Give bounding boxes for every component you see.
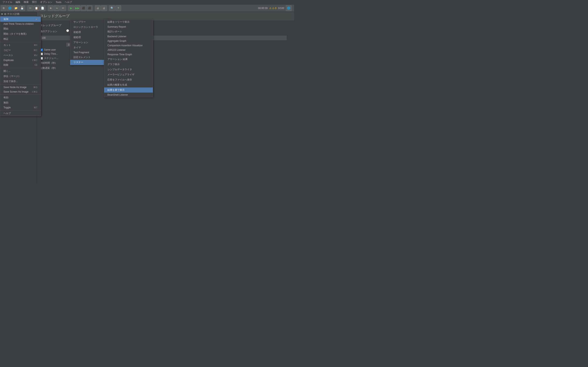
toolbar-remove[interactable]: − — [54, 5, 60, 11]
merge-label: 併合（マージ） — [3, 75, 21, 78]
action-label: 後のアクション — [40, 30, 65, 33]
aggregate-graph-label: Aggregate Graph — [107, 40, 126, 42]
save-screen-shortcut: ⇧⌘G — [32, 91, 37, 93]
toolbar-remote-stop[interactable]: 🖨 — [101, 5, 107, 11]
listener-jsr223[interactable]: JSR223 Listener — [104, 48, 153, 52]
menu-item-save-as[interactable]: 別名で保存... — [0, 79, 41, 84]
toggle-shortcut: ⌘T — [34, 106, 37, 109]
listener-mailer[interactable]: メーラービジュアライザ — [104, 72, 153, 77]
warning-icon: ⚠ — [269, 7, 272, 10]
menu-item-copy[interactable]: コピー ⌘C — [0, 48, 41, 53]
menu-search[interactable]: 検索 — [22, 0, 30, 4]
validate-label: 検証 — [3, 37, 8, 41]
toolbar-paste[interactable]: 📄 — [40, 5, 45, 11]
start-label: 開始 — [3, 27, 8, 31]
menu-help[interactable]: ヘルプ — [63, 0, 74, 4]
menu-file[interactable]: ファイル — [1, 0, 14, 4]
menu-item-cut[interactable]: カット ⌘X — [0, 43, 41, 48]
toolbar-remote-start[interactable]: 🖨 — [95, 5, 101, 11]
duplicate-label: Duplicate — [3, 59, 14, 62]
radio-next-loop[interactable] — [66, 29, 69, 32]
listener-comparison[interactable]: Comparison Assertion Visualizer — [104, 43, 153, 48]
toolbar-remote-btn[interactable]: 🌐 — [286, 5, 291, 11]
menu-item-toggle[interactable]: Toggle ⌘T — [0, 105, 41, 110]
sep2 — [0, 68, 41, 68]
toolbar-new[interactable]: 🗎 — [1, 5, 7, 11]
listener-response-time[interactable]: Response Time Graph — [104, 52, 153, 57]
listener-summary[interactable]: Summary Report — [104, 25, 153, 29]
toolbar-start-no-pause[interactable]: ▶▶ — [74, 5, 80, 11]
main-layout: ▼ ⚙ テスト計画 ⚙ スレッドグループ ⚡ HTTP 追加 ▶ Add Thi… — [0, 12, 294, 184]
save-node-label: Save Node As Image — [3, 86, 27, 89]
graph-label: グラフ表示 — [107, 63, 120, 66]
context-menu-listener-items: 結果をツリーで表示 Summary Report 統計レポート Backend … — [104, 19, 153, 97]
listener-generate-summary[interactable]: 結果の概要を生成 — [104, 82, 153, 87]
help-ctx-label: ヘルプ — [3, 112, 11, 115]
paste-shortcut: ⌘V — [34, 54, 37, 57]
listener-beanshell[interactable]: BeanShell Listener — [104, 92, 153, 97]
menu-item-enable[interactable]: 有効 — [0, 95, 41, 100]
simple-writer-label: シンプルデータライタ — [107, 68, 132, 71]
toolbar-open-url[interactable]: 🌐 — [7, 5, 13, 11]
listener-tree-view[interactable]: 結果をツリーで表示 — [104, 19, 153, 25]
listener-assertion-result[interactable]: アサーション 結果 — [104, 57, 153, 62]
menu-item-delete[interactable]: 削除 ⌫ — [0, 62, 41, 67]
toolbar-cut[interactable]: ✂ — [27, 5, 33, 11]
save-node-shortcut: ⌘G — [33, 86, 37, 89]
menu-item-validate[interactable]: 検証 — [0, 36, 41, 42]
toolbar-edit[interactable]: ✏ — [60, 5, 66, 11]
menu-edit[interactable]: 編集 — [14, 0, 22, 4]
menu-item-save-screen-image[interactable]: Save Screen As Image ⇧⌘G — [0, 90, 41, 94]
listener-save-response[interactable]: 応答をファイルへ保存 — [104, 77, 153, 82]
mailer-label: メーラービジュアライザ — [107, 73, 134, 76]
cut-label: カット — [3, 43, 11, 47]
menu-options[interactable]: オプション — [39, 0, 54, 4]
menu-item-start[interactable]: 開始 — [0, 26, 41, 31]
toolbar-save[interactable]: 💾 — [19, 5, 25, 11]
menu-item-help-ctx[interactable]: ヘルプ — [0, 111, 41, 116]
menu-item-merge[interactable]: 併合（マージ） — [0, 74, 41, 79]
listener-backend[interactable]: Backend Listener — [104, 34, 153, 39]
delay-threshold-label: Delay Thre... — [44, 52, 58, 55]
copy-label: コピー — [3, 49, 11, 52]
menu-item-disable[interactable]: 無効 — [0, 100, 41, 105]
toolbar-shutdown[interactable]: ⬛ — [87, 5, 92, 11]
menu-item-save-node-image[interactable]: Save Node As Image ⌘G — [0, 85, 41, 90]
save-as-label: 別名で保存... — [3, 80, 18, 83]
listener-table-view[interactable]: 結果を表で表示 — [104, 87, 153, 92]
menu-tools[interactable]: Tools — [54, 0, 63, 4]
listener-simple-writer[interactable]: シンプルデータライタ — [104, 67, 153, 72]
fragment-label: Test Fragment — [73, 51, 89, 54]
context-menu-add: 追加 ▶ Add Think Times to children 開始 開始（タ… — [0, 17, 41, 116]
paste-label: ペースト — [3, 54, 13, 57]
menu-run[interactable]: 実行 — [30, 0, 39, 4]
toolbar-help-btn[interactable]: ? — [115, 5, 121, 11]
add-label: 追加 — [3, 17, 8, 21]
delete-shortcut: ⌫ — [34, 64, 37, 66]
menu-item-start-no-timer[interactable]: 開始（タイマを無視） — [0, 31, 41, 36]
listener-stats[interactable]: 統計レポート — [104, 29, 153, 34]
listener-label: リスナー — [73, 61, 83, 64]
toolbar: 🗎 🌐 📁 💾 ✂ 📋 📄 + − ✏ ▶ ▶▶ ⬛ ⬛ 🖨 🖨 🔍 ? 00:… — [0, 5, 294, 12]
delete-label: 削除 — [3, 63, 8, 67]
listener-aggregate-graph[interactable]: Aggregate Graph — [104, 39, 153, 43]
menu-item-think-times[interactable]: Add Think Times to children — [0, 22, 41, 26]
listener-graph[interactable]: グラフ表示 — [104, 62, 153, 67]
save-screen-label: Save Screen As Image — [3, 90, 28, 93]
menu-item-add[interactable]: 追加 ▶ — [0, 17, 41, 22]
menu-item-open[interactable]: 開く... — [0, 69, 41, 74]
toolbar-stop[interactable]: ⬛ — [81, 5, 86, 11]
toolbar-inspect[interactable]: 🔍 — [109, 5, 115, 11]
schedule-label: スケジュー... — [44, 57, 58, 60]
toolbar-copy[interactable]: 📋 — [33, 5, 39, 11]
same-user-label: Same user — [44, 48, 56, 51]
open-label: 開く... — [3, 69, 10, 73]
response-time-label: Response Time Graph — [107, 53, 132, 56]
toolbar-add[interactable]: + — [48, 5, 54, 11]
toolbar-start[interactable]: ▶ — [68, 5, 74, 11]
menu-item-duplicate[interactable]: Duplicate ⇧⌘C — [0, 58, 41, 62]
menu-item-paste[interactable]: ペースト ⌘V — [0, 53, 41, 58]
left-panel: ▼ ⚙ テスト計画 ⚙ スレッドグループ ⚡ HTTP 追加 ▶ Add Thi… — [0, 12, 37, 184]
tree-test-plan[interactable]: ▼ ⚙ テスト計画 — [0, 12, 37, 16]
toolbar-open[interactable]: 📁 — [13, 5, 19, 11]
